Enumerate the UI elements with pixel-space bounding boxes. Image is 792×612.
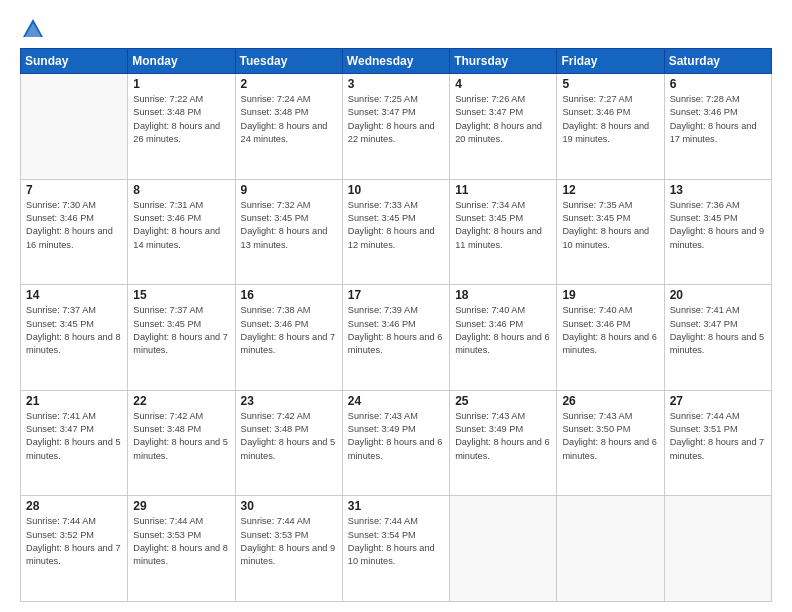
- cell-info: Sunrise: 7:43 AMSunset: 3:49 PMDaylight:…: [348, 410, 444, 463]
- page: SundayMondayTuesdayWednesdayThursdayFrid…: [0, 0, 792, 612]
- calendar-week-4: 21Sunrise: 7:41 AMSunset: 3:47 PMDayligh…: [21, 390, 772, 496]
- cell-info: Sunrise: 7:30 AMSunset: 3:46 PMDaylight:…: [26, 199, 122, 252]
- cell-info: Sunrise: 7:40 AMSunset: 3:46 PMDaylight:…: [455, 304, 551, 357]
- calendar-cell: [21, 74, 128, 180]
- logo-icon: [22, 18, 44, 40]
- calendar-cell: 27Sunrise: 7:44 AMSunset: 3:51 PMDayligh…: [664, 390, 771, 496]
- day-number: 10: [348, 183, 444, 197]
- day-number: 3: [348, 77, 444, 91]
- day-number: 28: [26, 499, 122, 513]
- calendar-header-tuesday: Tuesday: [235, 49, 342, 74]
- cell-info: Sunrise: 7:44 AMSunset: 3:54 PMDaylight:…: [348, 515, 444, 568]
- cell-info: Sunrise: 7:40 AMSunset: 3:46 PMDaylight:…: [562, 304, 658, 357]
- cell-info: Sunrise: 7:37 AMSunset: 3:45 PMDaylight:…: [26, 304, 122, 357]
- calendar-cell: 3Sunrise: 7:25 AMSunset: 3:47 PMDaylight…: [342, 74, 449, 180]
- cell-info: Sunrise: 7:33 AMSunset: 3:45 PMDaylight:…: [348, 199, 444, 252]
- cell-info: Sunrise: 7:26 AMSunset: 3:47 PMDaylight:…: [455, 93, 551, 146]
- cell-info: Sunrise: 7:44 AMSunset: 3:52 PMDaylight:…: [26, 515, 122, 568]
- calendar-week-2: 7Sunrise: 7:30 AMSunset: 3:46 PMDaylight…: [21, 179, 772, 285]
- day-number: 11: [455, 183, 551, 197]
- cell-info: Sunrise: 7:22 AMSunset: 3:48 PMDaylight:…: [133, 93, 229, 146]
- day-number: 9: [241, 183, 337, 197]
- calendar-cell: 8Sunrise: 7:31 AMSunset: 3:46 PMDaylight…: [128, 179, 235, 285]
- calendar-cell: 7Sunrise: 7:30 AMSunset: 3:46 PMDaylight…: [21, 179, 128, 285]
- day-number: 13: [670, 183, 766, 197]
- calendar-cell: 26Sunrise: 7:43 AMSunset: 3:50 PMDayligh…: [557, 390, 664, 496]
- calendar-cell: 4Sunrise: 7:26 AMSunset: 3:47 PMDaylight…: [450, 74, 557, 180]
- calendar-cell: 11Sunrise: 7:34 AMSunset: 3:45 PMDayligh…: [450, 179, 557, 285]
- calendar-cell: 30Sunrise: 7:44 AMSunset: 3:53 PMDayligh…: [235, 496, 342, 602]
- cell-info: Sunrise: 7:38 AMSunset: 3:46 PMDaylight:…: [241, 304, 337, 357]
- calendar-week-5: 28Sunrise: 7:44 AMSunset: 3:52 PMDayligh…: [21, 496, 772, 602]
- cell-info: Sunrise: 7:44 AMSunset: 3:51 PMDaylight:…: [670, 410, 766, 463]
- day-number: 5: [562, 77, 658, 91]
- day-number: 20: [670, 288, 766, 302]
- day-number: 27: [670, 394, 766, 408]
- cell-info: Sunrise: 7:41 AMSunset: 3:47 PMDaylight:…: [26, 410, 122, 463]
- day-number: 29: [133, 499, 229, 513]
- calendar-header-sunday: Sunday: [21, 49, 128, 74]
- day-number: 31: [348, 499, 444, 513]
- calendar-cell: 19Sunrise: 7:40 AMSunset: 3:46 PMDayligh…: [557, 285, 664, 391]
- cell-info: Sunrise: 7:43 AMSunset: 3:49 PMDaylight:…: [455, 410, 551, 463]
- calendar-cell: [450, 496, 557, 602]
- day-number: 12: [562, 183, 658, 197]
- calendar-cell: 15Sunrise: 7:37 AMSunset: 3:45 PMDayligh…: [128, 285, 235, 391]
- day-number: 16: [241, 288, 337, 302]
- calendar-cell: 29Sunrise: 7:44 AMSunset: 3:53 PMDayligh…: [128, 496, 235, 602]
- calendar-cell: 5Sunrise: 7:27 AMSunset: 3:46 PMDaylight…: [557, 74, 664, 180]
- calendar-cell: 14Sunrise: 7:37 AMSunset: 3:45 PMDayligh…: [21, 285, 128, 391]
- calendar-header-wednesday: Wednesday: [342, 49, 449, 74]
- day-number: 24: [348, 394, 444, 408]
- cell-info: Sunrise: 7:44 AMSunset: 3:53 PMDaylight:…: [133, 515, 229, 568]
- day-number: 15: [133, 288, 229, 302]
- cell-info: Sunrise: 7:35 AMSunset: 3:45 PMDaylight:…: [562, 199, 658, 252]
- calendar: SundayMondayTuesdayWednesdayThursdayFrid…: [20, 48, 772, 602]
- calendar-cell: 6Sunrise: 7:28 AMSunset: 3:46 PMDaylight…: [664, 74, 771, 180]
- day-number: 23: [241, 394, 337, 408]
- cell-info: Sunrise: 7:39 AMSunset: 3:46 PMDaylight:…: [348, 304, 444, 357]
- header: [20, 18, 772, 40]
- day-number: 25: [455, 394, 551, 408]
- calendar-cell: 23Sunrise: 7:42 AMSunset: 3:48 PMDayligh…: [235, 390, 342, 496]
- cell-info: Sunrise: 7:27 AMSunset: 3:46 PMDaylight:…: [562, 93, 658, 146]
- cell-info: Sunrise: 7:24 AMSunset: 3:48 PMDaylight:…: [241, 93, 337, 146]
- cell-info: Sunrise: 7:31 AMSunset: 3:46 PMDaylight:…: [133, 199, 229, 252]
- day-number: 6: [670, 77, 766, 91]
- cell-info: Sunrise: 7:42 AMSunset: 3:48 PMDaylight:…: [133, 410, 229, 463]
- cell-info: Sunrise: 7:41 AMSunset: 3:47 PMDaylight:…: [670, 304, 766, 357]
- calendar-cell: 10Sunrise: 7:33 AMSunset: 3:45 PMDayligh…: [342, 179, 449, 285]
- day-number: 17: [348, 288, 444, 302]
- cell-info: Sunrise: 7:32 AMSunset: 3:45 PMDaylight:…: [241, 199, 337, 252]
- cell-info: Sunrise: 7:43 AMSunset: 3:50 PMDaylight:…: [562, 410, 658, 463]
- day-number: 22: [133, 394, 229, 408]
- calendar-week-1: 1Sunrise: 7:22 AMSunset: 3:48 PMDaylight…: [21, 74, 772, 180]
- calendar-header-saturday: Saturday: [664, 49, 771, 74]
- calendar-cell: [557, 496, 664, 602]
- cell-info: Sunrise: 7:25 AMSunset: 3:47 PMDaylight:…: [348, 93, 444, 146]
- day-number: 8: [133, 183, 229, 197]
- calendar-header-thursday: Thursday: [450, 49, 557, 74]
- calendar-cell: 20Sunrise: 7:41 AMSunset: 3:47 PMDayligh…: [664, 285, 771, 391]
- calendar-cell: 2Sunrise: 7:24 AMSunset: 3:48 PMDaylight…: [235, 74, 342, 180]
- calendar-cell: 21Sunrise: 7:41 AMSunset: 3:47 PMDayligh…: [21, 390, 128, 496]
- day-number: 7: [26, 183, 122, 197]
- day-number: 26: [562, 394, 658, 408]
- calendar-cell: 31Sunrise: 7:44 AMSunset: 3:54 PMDayligh…: [342, 496, 449, 602]
- calendar-header-row: SundayMondayTuesdayWednesdayThursdayFrid…: [21, 49, 772, 74]
- cell-info: Sunrise: 7:42 AMSunset: 3:48 PMDaylight:…: [241, 410, 337, 463]
- cell-info: Sunrise: 7:34 AMSunset: 3:45 PMDaylight:…: [455, 199, 551, 252]
- calendar-cell: 13Sunrise: 7:36 AMSunset: 3:45 PMDayligh…: [664, 179, 771, 285]
- logo: [20, 18, 46, 40]
- cell-info: Sunrise: 7:28 AMSunset: 3:46 PMDaylight:…: [670, 93, 766, 146]
- calendar-cell: 16Sunrise: 7:38 AMSunset: 3:46 PMDayligh…: [235, 285, 342, 391]
- cell-info: Sunrise: 7:37 AMSunset: 3:45 PMDaylight:…: [133, 304, 229, 357]
- day-number: 30: [241, 499, 337, 513]
- day-number: 18: [455, 288, 551, 302]
- day-number: 21: [26, 394, 122, 408]
- day-number: 14: [26, 288, 122, 302]
- calendar-header-monday: Monday: [128, 49, 235, 74]
- calendar-week-3: 14Sunrise: 7:37 AMSunset: 3:45 PMDayligh…: [21, 285, 772, 391]
- calendar-cell: 24Sunrise: 7:43 AMSunset: 3:49 PMDayligh…: [342, 390, 449, 496]
- calendar-cell: 9Sunrise: 7:32 AMSunset: 3:45 PMDaylight…: [235, 179, 342, 285]
